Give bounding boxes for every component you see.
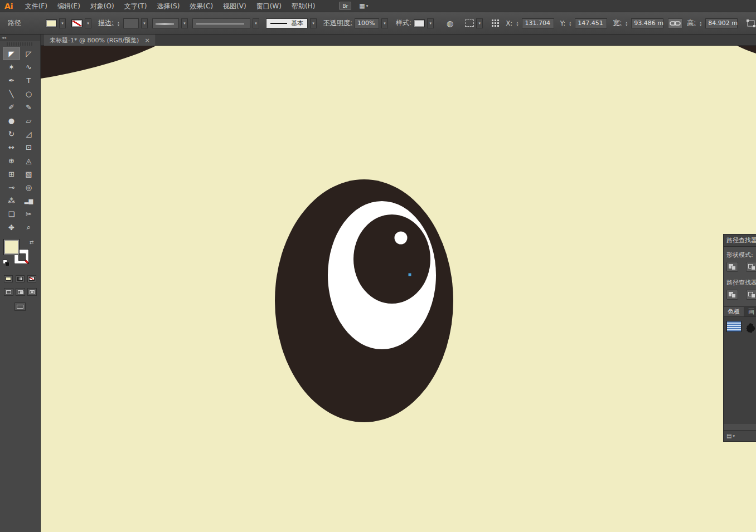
width-label[interactable]: 宽: xyxy=(613,18,622,28)
collapse-panel-button[interactable]: ◂◂ xyxy=(0,35,40,41)
style-dropdown[interactable]: ▾ xyxy=(427,18,434,28)
menu-view[interactable]: 视图(V) xyxy=(218,0,251,12)
blue-gradient-swatch[interactable] xyxy=(726,321,742,332)
reference-point-locator[interactable] xyxy=(492,19,499,27)
perspective-grid-tool[interactable]: ◬ xyxy=(20,154,37,167)
panel-drag-handle[interactable] xyxy=(7,42,33,46)
eye-pupil-ellipse[interactable] xyxy=(353,214,430,304)
menu-help[interactable]: 帮助(H) xyxy=(287,0,320,12)
transform-options-icon[interactable] xyxy=(747,19,755,27)
scale-tool[interactable]: ◿ xyxy=(20,127,37,140)
link-dimensions-icon[interactable] xyxy=(668,18,682,28)
height-label[interactable]: 高: xyxy=(687,18,696,28)
slice-tool[interactable]: ✂ xyxy=(20,207,37,221)
stroke-color-swatch[interactable] xyxy=(71,19,83,27)
x-field[interactable]: 131.704 xyxy=(522,18,554,28)
none-button[interactable] xyxy=(27,275,36,282)
style-swatch[interactable] xyxy=(414,19,425,27)
ellipse-tool[interactable]: ○ xyxy=(20,87,37,100)
height-stepper[interactable]: ▴▾ xyxy=(698,19,703,28)
divide-button[interactable] xyxy=(726,290,738,300)
draw-behind-button[interactable] xyxy=(16,288,25,296)
variable-width-caret[interactable]: ▾ xyxy=(253,18,259,28)
brush-definition-dropdown[interactable]: ▾ xyxy=(310,18,317,28)
symbol-sprayer-tool[interactable]: ⁂ xyxy=(3,194,20,207)
canvas[interactable] xyxy=(41,46,756,532)
default-fill-stroke-icon[interactable] xyxy=(3,260,9,266)
fill-swatch[interactable] xyxy=(4,240,19,255)
height-field[interactable]: 84.902 m xyxy=(705,18,738,28)
brush-definition-preview[interactable]: 基本 xyxy=(266,18,308,28)
width-field[interactable]: 93.486 m xyxy=(631,18,663,28)
recolor-artwork-icon[interactable]: ◍ xyxy=(445,19,455,28)
mesh-tool[interactable]: ⊞ xyxy=(3,167,20,180)
align-options-dropdown[interactable]: ▾ xyxy=(476,18,483,28)
fill-color-dropdown[interactable]: ▾ xyxy=(59,18,66,28)
variable-width-dropdown[interactable] xyxy=(192,18,250,28)
blend-tool[interactable]: ◎ xyxy=(20,180,37,194)
menu-select[interactable]: 选择(S) xyxy=(152,0,185,12)
menu-type[interactable]: 文字(T) xyxy=(119,0,152,12)
black-splatter-swatch[interactable] xyxy=(745,321,756,335)
hand-tool[interactable]: ✥ xyxy=(3,221,20,234)
direct-selection-tool[interactable]: ◸ xyxy=(20,47,37,60)
screen-mode-button[interactable] xyxy=(14,302,26,311)
pen-tool[interactable]: ✒ xyxy=(3,74,20,87)
zoom-tool[interactable]: ⌕ xyxy=(20,221,37,234)
magic-wand-tool[interactable]: ✶ xyxy=(3,60,20,74)
anchor-point[interactable] xyxy=(409,274,411,276)
minus-front-button[interactable] xyxy=(746,262,756,272)
width-stepper[interactable]: ▴▾ xyxy=(624,19,629,28)
swatch-libraries-icon[interactable]: ▤ xyxy=(726,433,731,439)
menu-file[interactable]: 文件(F) xyxy=(20,0,52,12)
rotate-tool[interactable]: ↻ xyxy=(3,127,20,140)
menu-window[interactable]: 窗口(W) xyxy=(251,0,287,12)
arrange-documents-icon[interactable]: ▦▾ xyxy=(359,2,368,9)
x-stepper[interactable]: ▴▾ xyxy=(515,19,520,28)
stroke-weight-dropdown[interactable]: ▾ xyxy=(141,18,148,28)
blob-brush-tool[interactable]: ● xyxy=(3,114,20,127)
close-tab-icon[interactable]: × xyxy=(144,37,149,44)
paintbrush-tool[interactable]: ✐ xyxy=(3,100,20,114)
type-tool[interactable]: T xyxy=(20,74,37,87)
align-options-icon[interactable] xyxy=(465,19,474,27)
opacity-link[interactable]: 不透明度: xyxy=(323,18,352,28)
bridge-icon[interactable]: Br xyxy=(339,2,351,10)
menu-edit[interactable]: 编辑(E) xyxy=(52,0,85,12)
stroke-color-dropdown[interactable]: ▾ xyxy=(85,18,91,28)
fill-color-swatch[interactable] xyxy=(46,19,57,27)
width-tool[interactable]: ↔ xyxy=(3,140,20,154)
y-field[interactable]: 147.451 xyxy=(575,18,607,28)
eye-highlight-dot[interactable] xyxy=(395,232,408,245)
shape-builder-tool[interactable]: ⊕ xyxy=(3,154,20,167)
gradient-button[interactable] xyxy=(16,275,25,282)
free-transform-tool[interactable]: ⊡ xyxy=(20,140,37,154)
color-button[interactable] xyxy=(4,275,13,282)
eraser-tool[interactable]: ▱ xyxy=(20,114,37,127)
swap-fill-stroke-icon[interactable]: ⇄ xyxy=(30,240,34,245)
draw-inside-button[interactable] xyxy=(27,288,37,296)
corner-shape[interactable] xyxy=(41,46,156,79)
gradient-tool[interactable]: ▧ xyxy=(20,167,37,180)
line-segment-tool[interactable]: ╲ xyxy=(3,87,20,100)
menu-object[interactable]: 对象(O) xyxy=(85,0,119,12)
pencil-tool[interactable]: ✎ xyxy=(20,100,37,114)
column-graph-tool[interactable]: ▂▆ xyxy=(20,194,37,207)
opacity-dropdown[interactable]: ▾ xyxy=(381,18,388,28)
trim-button[interactable] xyxy=(746,290,756,300)
width-profile-dropdown[interactable] xyxy=(152,18,179,28)
lasso-tool[interactable]: ∿ xyxy=(20,60,37,74)
menu-effect[interactable]: 效果(C) xyxy=(185,0,218,12)
opacity-field[interactable]: 100% xyxy=(355,18,379,28)
unite-button[interactable] xyxy=(726,262,738,272)
tab-brushes[interactable]: 画 xyxy=(744,307,756,316)
panel-title[interactable]: 路径查找器 xyxy=(724,235,756,247)
draw-normal-button[interactable] xyxy=(4,288,13,296)
eyedropper-tool[interactable]: ⊸ xyxy=(3,180,20,194)
width-profile-caret[interactable]: ▾ xyxy=(181,18,188,28)
stroke-link[interactable]: 描边: xyxy=(98,18,114,28)
tab-swatches[interactable]: 色板 xyxy=(724,307,744,316)
selection-tool[interactable]: ◤ xyxy=(3,47,20,60)
top-right-shape[interactable] xyxy=(737,46,756,53)
stroke-weight-field[interactable] xyxy=(123,18,139,28)
